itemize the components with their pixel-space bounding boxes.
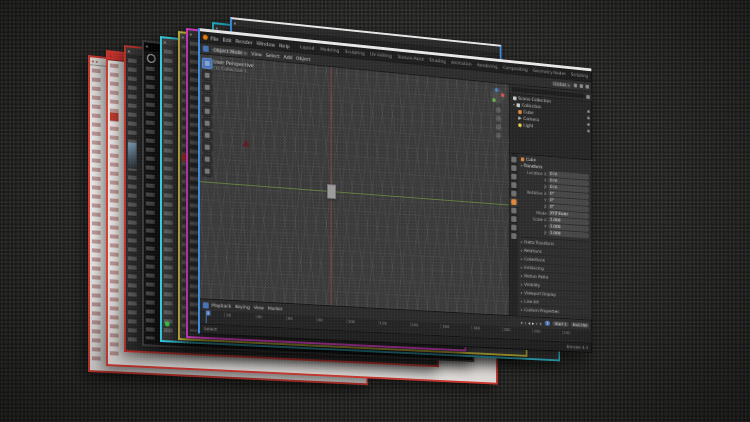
close-icon[interactable] (146, 45, 148, 47)
workspace-tab[interactable]: Animation (449, 59, 473, 68)
workspace-tab[interactable]: UV Editing (368, 50, 393, 59)
visibility-eye-icon[interactable] (587, 129, 590, 132)
frame-tick: 220 (532, 329, 540, 334)
tool-scale-icon[interactable] (202, 105, 213, 117)
topbar-menu-item[interactable]: Render (236, 37, 253, 45)
frame-tick: 180 (472, 325, 480, 330)
expand-caret-icon[interactable]: ▾ (513, 102, 515, 107)
workspace-tab[interactable]: Shading (428, 56, 448, 65)
camera-view-icon[interactable] (496, 124, 501, 130)
collection-icon (513, 96, 516, 100)
viewport-menu-item[interactable]: View (251, 51, 262, 57)
view-layer-properties-tab-icon[interactable] (511, 174, 516, 180)
tool-transform-icon[interactable] (202, 117, 213, 129)
close-icon[interactable] (128, 50, 130, 52)
render-properties-tab-icon[interactable] (511, 157, 516, 163)
status-left-text: Select (204, 326, 217, 332)
close-icon[interactable] (110, 55, 112, 57)
viewport-menu-item[interactable]: Add (283, 54, 292, 60)
viewport-grid[interactable] (200, 54, 509, 315)
close-icon[interactable] (182, 36, 184, 38)
transform-rows: Location X 0 m Y 0 m Z (521, 169, 589, 239)
next-keyframe-button[interactable]: › (536, 320, 538, 326)
tool-column (146, 66, 155, 339)
proportional-editing-icon[interactable] (580, 84, 583, 88)
properties-panel: Cube ▾ Transform Location X 0 m (510, 154, 592, 320)
timeline-menu-item[interactable]: Playback (212, 303, 232, 309)
viewport-area[interactable]: User Perspective (1) Collection 1 (200, 54, 509, 315)
close-icon[interactable] (164, 41, 166, 43)
timeline-menu-item[interactable]: Keying (235, 304, 250, 310)
tool-add-cube-icon[interactable] (202, 153, 213, 165)
frame-tick: 200 (502, 327, 510, 332)
workspace-tab[interactable]: Scripting (569, 71, 590, 80)
workspace-tab[interactable]: Rendering (475, 61, 499, 70)
close-icon[interactable] (234, 22, 236, 24)
visibility-eye-icon[interactable] (587, 123, 590, 126)
workspace-tab[interactable]: Layout (298, 43, 316, 52)
mode-dropdown[interactable]: Object Mode▾ (212, 47, 249, 56)
jump-to-start-button[interactable]: « (520, 319, 523, 325)
filter-icon[interactable] (586, 95, 589, 99)
prev-keyframe-button[interactable]: ‹ (525, 319, 527, 325)
panel-label: Line Art (524, 298, 539, 304)
toggle-perspective-icon[interactable] (496, 133, 501, 139)
workspace-tab[interactable]: Sculpting (343, 48, 366, 57)
topbar-menu-item[interactable]: Edit (223, 36, 232, 43)
overlays-icon[interactable] (586, 85, 589, 89)
scene-properties-tab-icon[interactable] (511, 182, 516, 188)
gizmo-x-axis-icon[interactable] (501, 93, 504, 97)
object-properties-tab-icon[interactable] (511, 199, 516, 205)
modifier-properties-tab-icon[interactable] (511, 208, 516, 214)
minimize-icon[interactable] (96, 60, 98, 62)
close-icon[interactable] (216, 27, 218, 29)
u-logo-icon (147, 53, 156, 63)
expand-caret-icon: ▸ (521, 273, 523, 278)
tool-move-icon[interactable] (202, 81, 213, 93)
blender-window[interactable]: FileEditRenderWindowHelp LayoutModelingS… (198, 28, 592, 353)
timeline-editor-type-icon[interactable] (203, 302, 209, 308)
play-button[interactable]: ▸ (532, 320, 534, 326)
play-reverse-button[interactable]: ◂ (528, 319, 530, 325)
frame-tick: 40 (255, 314, 262, 319)
default-cube[interactable] (327, 184, 336, 199)
close-icon[interactable] (92, 60, 94, 62)
tool-rotate-icon[interactable] (202, 93, 213, 105)
topbar-menu-item[interactable]: Window (256, 39, 275, 47)
tool-cursor-icon[interactable] (202, 69, 213, 81)
tool-extrude-icon[interactable] (202, 165, 213, 177)
close-icon[interactable] (190, 33, 192, 35)
orientation-dropdown[interactable]: Global▾ (551, 81, 571, 88)
world-properties-tab-icon[interactable] (511, 191, 516, 197)
frame-end-field[interactable]: End 250 (571, 322, 589, 328)
tool-annotate-icon[interactable] (202, 129, 213, 141)
gizmo-z-axis-icon[interactable] (495, 88, 498, 92)
pan-hand-icon[interactable] (496, 115, 501, 121)
frame-start-field[interactable]: Start 1 (553, 321, 568, 327)
viewport-menu-item[interactable]: Object (296, 55, 311, 61)
timeline-menu-item[interactable]: View (254, 305, 264, 311)
data-properties-tab-icon[interactable] (511, 233, 516, 239)
dark-triangle-object[interactable] (242, 138, 250, 147)
tool-measure-icon[interactable] (202, 141, 213, 153)
snap-magnet-icon[interactable] (574, 83, 577, 87)
topbar-menu-item[interactable]: Help (279, 42, 290, 49)
constraints-properties-tab-icon[interactable] (511, 225, 516, 231)
editor-type-icon[interactable] (203, 45, 209, 52)
output-properties-tab-icon[interactable] (511, 165, 516, 171)
tool-select-box-icon[interactable] (202, 57, 213, 69)
gizmo-y-axis-icon[interactable] (492, 98, 495, 102)
visibility-eye-icon[interactable] (587, 116, 590, 119)
blender-logo-icon[interactable] (203, 34, 208, 39)
workspace-tab[interactable]: Modeling (318, 45, 341, 54)
physics-properties-tab-icon[interactable] (511, 216, 516, 222)
playhead[interactable]: 1 (206, 310, 207, 323)
current-frame-field[interactable]: 1 (545, 321, 551, 326)
jump-to-end-button[interactable]: » (539, 320, 542, 326)
zoom-icon[interactable] (496, 107, 501, 113)
viewport-menu-item[interactable]: Select (266, 52, 280, 58)
visibility-eye-icon[interactable] (587, 110, 590, 113)
navigation-gizmo[interactable] (490, 87, 504, 103)
timeline-menu-item[interactable]: Marker (268, 306, 283, 312)
topbar-menu-item[interactable]: File (211, 35, 219, 42)
